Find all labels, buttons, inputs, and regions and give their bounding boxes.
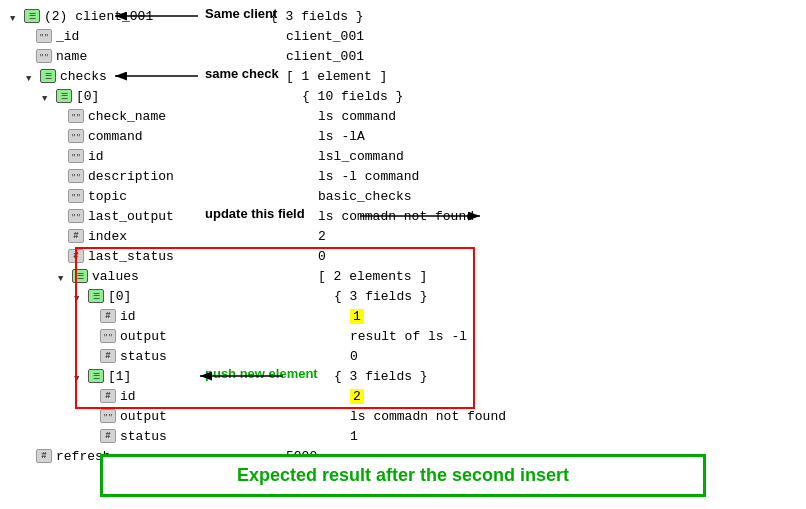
check-id-icon: "" <box>68 149 84 163</box>
checks-key: checks <box>60 69 107 84</box>
check-name-value: ls command <box>318 109 806 124</box>
tree-container: ☰ (2) client_001 { 3 fields } Same clien… <box>0 0 806 472</box>
last-status-value: 0 <box>318 249 806 264</box>
values-row: ☰ values [ 2 elements ] <box>10 266 806 286</box>
check-name-icon: "" <box>68 109 84 123</box>
command-key: command <box>88 129 143 144</box>
values-1-icon: ☰ <box>88 369 104 383</box>
index-value: 2 <box>318 229 806 244</box>
same-check-arrow <box>110 69 200 83</box>
topic-icon: "" <box>68 189 84 203</box>
values-1-id-row: # id 2 <box>10 386 806 406</box>
checks-0-key: [0] <box>76 89 99 104</box>
check-id-value: lsl_command <box>318 149 806 164</box>
push-element-arrow <box>195 369 285 383</box>
values-0-id-row: # id 1 <box>10 306 806 326</box>
last-status-key: last_status <box>88 249 174 264</box>
checks-row: ☰ checks [ 1 element ] same check <box>10 66 806 86</box>
name-row: "" name client_001 <box>10 46 806 66</box>
values-1-output-value: ls commadn not found <box>350 409 806 424</box>
description-key: description <box>88 169 174 184</box>
checks-icon: ☰ <box>40 69 56 83</box>
description-row: "" description ls -l command <box>10 166 806 186</box>
check-id-row: "" id lsl_command <box>10 146 806 166</box>
update-field-arrow <box>360 209 490 223</box>
refresh-icon: # <box>36 449 52 463</box>
id-icon: "" <box>36 29 52 43</box>
update-field-annotation: update this field <box>205 206 305 221</box>
values-1-status-key: status <box>120 429 167 444</box>
same-client-annotation: Same client <box>205 6 277 21</box>
values-1-output-row: "" output ls commadn not found <box>10 406 806 426</box>
values-0-icon: ☰ <box>88 289 104 303</box>
topic-value: basic_checks <box>318 189 806 204</box>
description-value: ls -l command <box>318 169 806 184</box>
values-0-row: ☰ [0] { 3 fields } <box>10 286 806 306</box>
values-1-output-key: output <box>120 409 167 424</box>
command-icon: "" <box>68 129 84 143</box>
checks-0-icon: ☰ <box>56 89 72 103</box>
values-0-id-icon: # <box>100 309 116 323</box>
name-key: name <box>56 49 87 64</box>
same-check-annotation: same check <box>205 66 279 81</box>
id-key: _id <box>56 29 79 44</box>
values-arrow[interactable] <box>58 270 70 282</box>
id-row: "" _id client_001 <box>10 26 806 46</box>
values-key: values <box>92 269 139 284</box>
checks-0-arrow[interactable] <box>42 90 54 102</box>
values-0-status-icon: # <box>100 349 116 363</box>
values-meta: [ 2 elements ] <box>318 269 806 284</box>
values-0-status-row: # status 0 <box>10 346 806 366</box>
values-1-arrow[interactable] <box>74 370 86 382</box>
values-1-key: [1] <box>108 369 131 384</box>
banner-text: Expected result after the second insert <box>237 465 569 485</box>
values-1-status-icon: # <box>100 429 116 443</box>
name-value: client_001 <box>286 49 806 64</box>
values-1-id-value: 2 <box>350 389 806 404</box>
id-value: client_001 <box>286 29 806 44</box>
last-status-icon: # <box>68 249 84 263</box>
values-1-id-icon: # <box>100 389 116 403</box>
topic-key: topic <box>88 189 127 204</box>
last-output-icon: "" <box>68 209 84 223</box>
values-0-meta: { 3 fields } <box>334 289 806 304</box>
values-1-row: ☰ [1] { 3 fields } push new element <box>10 366 806 386</box>
values-0-output-value: result of ls -l <box>350 329 806 344</box>
values-0-id-key: id <box>120 309 136 324</box>
root-meta: { 3 fields } <box>270 9 806 24</box>
description-icon: "" <box>68 169 84 183</box>
values-0-key: [0] <box>108 289 131 304</box>
values-0-status-value: 0 <box>350 349 806 364</box>
check-name-row: "" check_name ls command <box>10 106 806 126</box>
command-row: "" command ls -lA <box>10 126 806 146</box>
same-client-arrow <box>110 9 200 23</box>
values-1-status-row: # status 1 <box>10 426 806 446</box>
index-row: # index 2 <box>10 226 806 246</box>
root-icon: ☰ <box>24 9 40 23</box>
last-output-row: "" last_output ls commadn not found upda… <box>10 206 806 226</box>
check-id-key: id <box>88 149 104 164</box>
values-1-meta: { 3 fields } <box>334 369 806 384</box>
values-0-output-key: output <box>120 329 167 344</box>
topic-row: "" topic basic_checks <box>10 186 806 206</box>
values-0-output-row: "" output result of ls -l <box>10 326 806 346</box>
values-1-output-icon: "" <box>100 409 116 423</box>
root-row: ☰ (2) client_001 { 3 fields } Same clien… <box>10 6 806 26</box>
name-icon: "" <box>36 49 52 63</box>
checks-arrow[interactable] <box>26 70 38 82</box>
values-1-status-value: 1 <box>350 429 806 444</box>
checks-meta: [ 1 element ] <box>286 69 806 84</box>
checks-0-row: ☰ [0] { 10 fields } <box>10 86 806 106</box>
checks-0-meta: { 10 fields } <box>302 89 806 104</box>
banner: Expected result after the second insert <box>100 454 706 497</box>
last-output-key: last_output <box>88 209 174 224</box>
values-1-id-key: id <box>120 389 136 404</box>
index-icon: # <box>68 229 84 243</box>
command-value: ls -lA <box>318 129 806 144</box>
values-icon: ☰ <box>72 269 88 283</box>
root-arrow[interactable] <box>10 10 22 22</box>
values-0-output-icon: "" <box>100 329 116 343</box>
values-0-status-key: status <box>120 349 167 364</box>
index-key: index <box>88 229 127 244</box>
values-0-arrow[interactable] <box>74 290 86 302</box>
